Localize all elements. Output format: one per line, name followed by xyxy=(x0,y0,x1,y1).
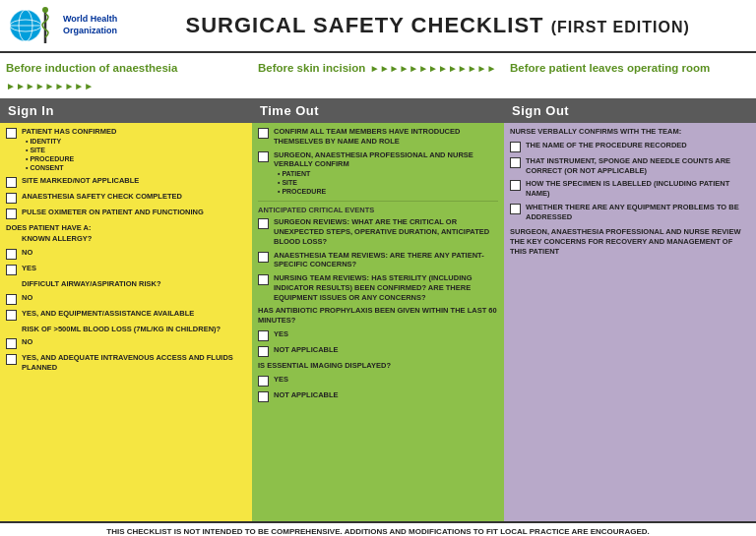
list-item: NO xyxy=(6,248,246,260)
list-item: SURGEON, ANAESTHESIA PROFESSIONAL AND NU… xyxy=(258,150,498,197)
item-site-marked: SITE MARKED/NOT APPLICABLE xyxy=(22,176,139,186)
list-item: THAT INSTRUMENT, SPONGE AND NEEDLE COUNT… xyxy=(510,156,750,176)
item-blood-loss-label: RISK OF >500ML BLOOD LOSS (7ML/KG IN CHI… xyxy=(6,325,246,334)
item-equipment-problems: WHETHER THERE ARE ANY EQUIPMENT PROBLEMS… xyxy=(526,203,750,222)
footer: THIS CHECKLIST IS NOT INTENDED TO BE COM… xyxy=(0,521,756,536)
checkbox-anaesthesia-check[interactable] xyxy=(6,193,17,204)
phase2-label: Before skin incision xyxy=(258,62,365,74)
checkbox-imaging-yes[interactable] xyxy=(258,376,269,387)
anticipated-events-header: ANTICIPATED CRITICAL EVENTS xyxy=(258,201,498,214)
checkbox-nursing-reviews[interactable] xyxy=(258,274,269,285)
item-pulse-oximeter: PULSE OXIMETER ON PATIENT AND FUNCTIONIN… xyxy=(22,208,204,217)
checkbox-imaging-na[interactable] xyxy=(258,391,269,402)
checkbox-airway-no[interactable] xyxy=(6,294,17,305)
item-airway-label: DIFFICULT AIRWAY/ASPIRATION RISK? xyxy=(6,279,246,289)
item-instrument-counts: THAT INSTRUMENT, SPONGE AND NEEDLE COUNT… xyxy=(526,156,750,176)
item-imaging-na: NOT APPLICABLE xyxy=(274,390,339,400)
svg-point-5 xyxy=(42,7,48,13)
item-nurse-confirms: NURSE VERBALLY CONFIRMS WITH THE TEAM: xyxy=(510,127,750,137)
list-item: NOT APPLICABLE xyxy=(258,390,498,402)
checkbox-specimen-labelled[interactable] xyxy=(510,180,521,191)
list-item: ANAESTHESIA SAFETY CHECK COMPLETED xyxy=(6,192,246,204)
checkbox-verbal-confirm[interactable] xyxy=(258,151,269,162)
list-item: NOT APPLICABLE xyxy=(258,345,498,357)
list-item: YES, AND ADEQUATE INTRAVENOUS ACCESS AND… xyxy=(6,353,246,373)
list-item: DIFFICULT AIRWAY/ASPIRATION RISK? xyxy=(6,279,246,289)
time-out-header: Time Out xyxy=(252,98,504,123)
list-item: NURSING TEAM REVIEWS: HAS STERILITY (INC… xyxy=(258,273,498,302)
item-specimen-labelled: HOW THE SPECIMEN IS LABELLED (INCLUDING … xyxy=(526,179,750,199)
list-item: CONFIRM ALL TEAM MEMBERS HAVE INTRODUCED… xyxy=(258,127,498,147)
group-label-allergy: DOES PATIENT HAVE A: xyxy=(6,223,246,232)
checkbox-blood-no[interactable] xyxy=(6,338,17,349)
checkbox-airway-yes[interactable] xyxy=(6,310,17,321)
checkbox-site-marked[interactable] xyxy=(6,177,17,188)
list-item: WHETHER THERE ARE ANY EQUIPMENT PROBLEMS… xyxy=(510,203,750,222)
checkbox-equipment-problems[interactable] xyxy=(510,204,521,214)
list-item: THE NAME OF THE PROCEDURE RECORDED xyxy=(510,141,750,152)
item-antibiotic-label: HAS ANTIBIOTIC PROPHYLAXIS BEEN GIVEN WI… xyxy=(258,306,498,326)
sign-out-content: NURSE VERBALLY CONFIRMS WITH THE TEAM: T… xyxy=(504,123,756,521)
item-team-intro: CONFIRM ALL TEAM MEMBERS HAVE INTRODUCED… xyxy=(274,127,498,147)
list-item: KNOWN ALLERGY? xyxy=(6,234,246,244)
list-item: RISK OF >500ML BLOOD LOSS (7ML/KG IN CHI… xyxy=(6,325,246,334)
who-org-name: World Health Organization xyxy=(63,14,117,36)
checkbox-procedure-recorded[interactable] xyxy=(510,142,521,152)
list-item: PULSE OXIMETER ON PATIENT AND FUNCTIONIN… xyxy=(6,208,246,219)
phase1-col: Before induction of anaesthesia ►►►►►►►►… xyxy=(0,56,252,95)
item-blood-yes: YES, AND ADEQUATE INTRAVENOUS ACCESS AND… xyxy=(22,353,246,373)
list-item: YES, AND EQUIPMENT/ASSISTANCE AVAILABLE xyxy=(6,309,246,321)
list-item: SURGEON, ANAESTHESIA PROFESSIONAL AND NU… xyxy=(510,227,750,256)
footer-text: THIS CHECKLIST IS NOT INTENDED TO BE COM… xyxy=(106,527,649,536)
checkbox-surgeon-reviews[interactable] xyxy=(258,218,269,229)
list-item: SURGEON REVIEWS: WHAT ARE THE CRITICAL O… xyxy=(258,217,498,246)
checkbox-allergy-yes[interactable] xyxy=(6,265,17,275)
item-allergy-no: NO xyxy=(22,248,32,258)
header: World Health Organization Surgical Safet… xyxy=(0,0,756,53)
checkbox-pulse-oximeter[interactable] xyxy=(6,208,17,219)
list-item: HOW THE SPECIMEN IS LABELLED (INCLUDING … xyxy=(510,179,750,199)
list-item: HAS ANTIBIOTIC PROPHYLAXIS BEEN GIVEN WI… xyxy=(258,306,498,326)
item-allergy-yes: YES xyxy=(22,264,36,273)
item-nursing-reviews: NURSING TEAM REVIEWS: HAS STERILITY (INC… xyxy=(274,273,498,302)
list-item: YES xyxy=(258,375,498,387)
item-airway-no: NO xyxy=(22,293,32,303)
list-item: YES xyxy=(258,329,498,341)
list-item: NO xyxy=(6,337,246,349)
item-antibiotic-na: NOT APPLICABLE xyxy=(274,345,339,355)
item-verbal-confirm: SURGEON, ANAESTHESIA PROFESSIONAL AND NU… xyxy=(274,150,498,197)
list-item: YES xyxy=(6,264,246,275)
phase-row: Before induction of anaesthesia ►►►►►►►►… xyxy=(0,53,756,98)
sign-in-content: PATIENT HAS CONFIRMED • IDENTITY • SITE … xyxy=(0,123,252,521)
item-blood-no: NO xyxy=(22,337,32,347)
checkbox-allergy-no[interactable] xyxy=(6,249,17,260)
sign-out-header: Sign Out xyxy=(504,98,756,123)
list-item: SITE MARKED/NOT APPLICABLE xyxy=(6,176,246,188)
checkbox-antibiotic-yes[interactable] xyxy=(258,330,269,341)
item-patient-confirmed: PATIENT HAS CONFIRMED • IDENTITY • SITE … xyxy=(22,127,116,172)
phase1-arrows: ►►►►►►►►► xyxy=(6,81,94,91)
list-item: IS ESSENTIAL IMAGING DISPLAYED? xyxy=(258,361,498,371)
page-title: Surgical Safety Checklist (First Edition… xyxy=(127,13,748,38)
phase3-label: Before patient leaves operating room xyxy=(510,62,710,74)
list-item: ANAESTHESIA TEAM REVIEWS: ARE THERE ANY … xyxy=(258,251,498,270)
item-allergy-label: KNOWN ALLERGY? xyxy=(6,234,246,244)
checkbox-anaesthesia-reviews[interactable] xyxy=(258,252,269,263)
who-logo-icon xyxy=(8,4,57,47)
item-anaesthesia-check: ANAESTHESIA SAFETY CHECK COMPLETED xyxy=(22,192,182,202)
checkbox-team-intro[interactable] xyxy=(258,128,269,139)
phase2-arrows: ►►►►►►►►►►►►► xyxy=(370,63,497,74)
item-surgeon-reviews: SURGEON REVIEWS: WHAT ARE THE CRITICAL O… xyxy=(274,217,498,246)
checkbox-patient-confirmed[interactable] xyxy=(6,128,17,139)
list-item: NO xyxy=(6,293,246,305)
item-procedure-recorded: THE NAME OF THE PROCEDURE RECORDED xyxy=(526,141,687,150)
item-airway-yes: YES, AND EQUIPMENT/ASSISTANCE AVAILABLE xyxy=(22,309,194,319)
sign-in-header: Sign In xyxy=(0,98,252,123)
item-imaging-label: IS ESSENTIAL IMAGING DISPLAYED? xyxy=(258,361,498,371)
checkbox-blood-yes[interactable] xyxy=(6,354,17,365)
checkbox-antibiotic-na[interactable] xyxy=(258,346,269,357)
item-anaesthesia-reviews: ANAESTHESIA TEAM REVIEWS: ARE THERE ANY … xyxy=(274,251,498,270)
item-antibiotic-yes: YES xyxy=(274,329,288,339)
checkbox-instrument-counts[interactable] xyxy=(510,157,521,168)
sign-out-column: Sign Out NURSE VERBALLY CONFIRMS WITH TH… xyxy=(504,98,756,521)
